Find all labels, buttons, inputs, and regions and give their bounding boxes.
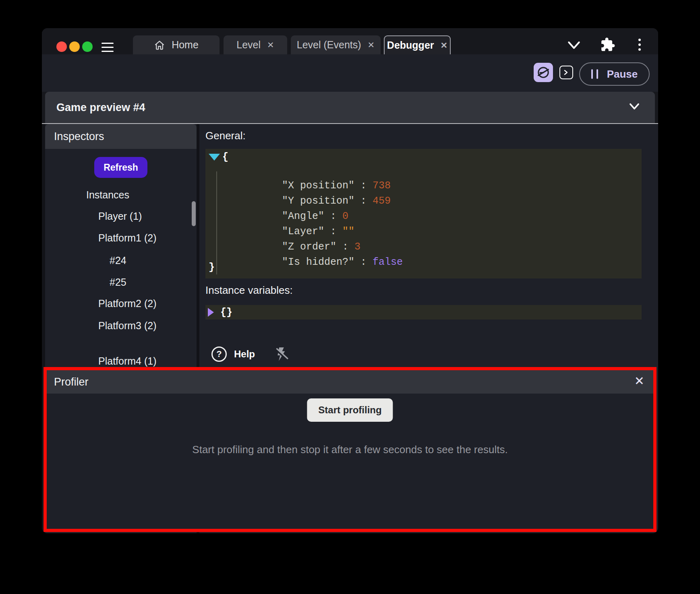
inspectors-title: Inspectors [54,130,104,143]
profiler-hint-text: Start profiling and then stop it after a… [47,443,653,456]
console-prompt-icon [562,68,570,76]
sidebar-item-platform4[interactable]: Platform4 (1) [98,355,156,367]
json-key: "Is hidden?" [282,256,354,268]
app-window: Home Level ✕ Level (Events) ✕ Debugger ✕ [42,28,658,533]
collapse-triangle-icon[interactable] [208,308,214,317]
expand-triangle-icon[interactable] [209,154,220,161]
debugger-toolbar: Pause [42,54,658,92]
help-label[interactable]: Help [234,349,255,360]
general-section-title: General: [205,130,246,142]
title-bar: Home Level ✕ Level (Events) ✕ Debugger ✕ [42,28,658,54]
pause-label: Pause [607,68,638,80]
json-value: 459 [373,195,391,207]
traffic-light-minimize[interactable] [69,41,80,52]
json-close-brace: } [209,262,215,273]
tab-label: Level [236,39,261,51]
instance-variables-tree: {} [205,305,642,320]
chevron-down-icon[interactable] [566,40,582,51]
variables-empty-object: {} [220,307,232,318]
help-row: ? Help [211,346,290,362]
json-row-is-hidden: "Is hidden?" : false [234,245,403,280]
sidebar-item-platform2[interactable]: Platform2 (2) [98,298,156,309]
sidebar-item-platform3[interactable]: Platform3 (2) [98,320,156,332]
sidebar-item-instances[interactable]: Instances [86,189,129,201]
tab-level-events[interactable]: Level (Events) ✕ [291,35,381,54]
tab-close-icon[interactable]: ✕ [368,41,375,49]
help-icon[interactable]: ? [211,346,227,362]
game-preview-header[interactable]: Game preview #4 [45,92,655,123]
tab-label: Level (Events) [297,39,361,51]
console-button[interactable] [559,66,573,79]
kebab-menu-icon[interactable] [638,39,641,53]
json-value: false [373,256,403,268]
game-preview-title: Game preview #4 [56,101,145,114]
instance-variables-title: Instance variables: [205,284,293,297]
json-open-brace: { [222,151,228,163]
sidebar-item-instance-24[interactable]: #24 [110,255,126,266]
sidebar-item-instance-25[interactable]: #25 [110,276,126,288]
refresh-button[interactable]: Refresh [94,157,147,178]
home-icon [154,39,165,51]
flash-off-icon[interactable] [273,346,290,362]
traffic-light-close[interactable] [56,41,67,52]
profiler-header: Profiler ✕ [47,370,653,394]
tab-debugger[interactable]: Debugger ✕ [384,35,451,54]
inspectors-header: Inspectors [45,124,197,149]
tab-label: Home [172,39,199,51]
profiler-title: Profiler [54,376,89,388]
pause-button[interactable]: Pause [579,62,650,86]
tree-guide-line [216,171,217,274]
speedometer-icon [536,66,550,79]
tab-level[interactable]: Level ✕ [224,35,287,54]
tab-close-icon[interactable]: ✕ [267,41,274,49]
sidebar-item-player[interactable]: Player (1) [98,210,142,222]
close-icon[interactable]: ✕ [634,375,644,387]
pause-icon [591,69,598,79]
tab-home[interactable]: Home [133,35,220,54]
traffic-light-zoom[interactable] [82,41,93,52]
puzzle-extension-icon[interactable] [600,37,615,52]
profiler-speedometer-button[interactable] [534,63,553,82]
start-profiling-button[interactable]: Start profiling [307,398,393,422]
tab-close-icon[interactable]: ✕ [441,41,448,50]
general-json-tree: { "X position" : 738 "Y position" : 459 … [205,149,642,278]
profiler-panel: Profiler ✕ Start profiling Start profili… [43,367,657,532]
hamburger-menu-icon[interactable] [101,43,114,53]
sidebar-scrollbar-thumb[interactable] [192,201,196,226]
tab-label: Debugger [387,39,434,51]
chevron-down-icon[interactable] [628,102,640,111]
sidebar-item-platform1[interactable]: Platform1 (2) [98,232,156,244]
